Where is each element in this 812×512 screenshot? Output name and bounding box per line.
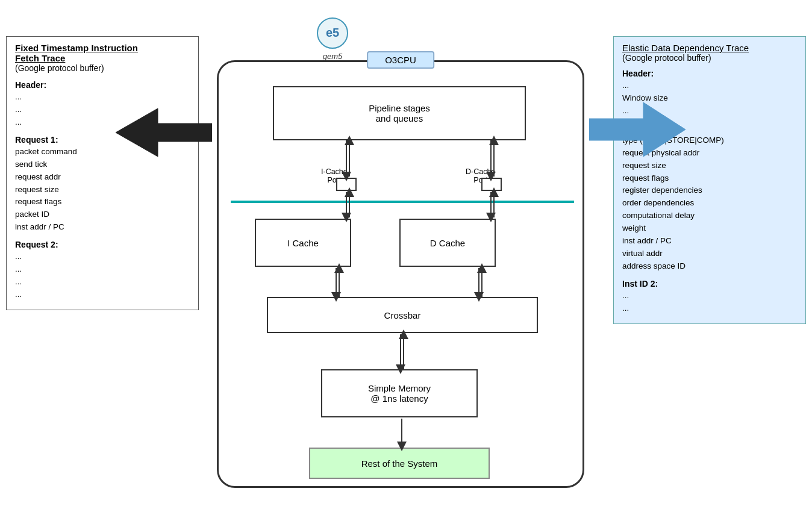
memory-box: Simple Memory@ 1ns latency bbox=[321, 369, 478, 417]
svg-marker-18 bbox=[589, 102, 686, 157]
right-panel: Elastic Data Dependency Trace (Google pr… bbox=[613, 36, 806, 324]
right-inst1-item-8: inst addr / PC bbox=[622, 235, 797, 248]
right-inst1-item-4: register dependencies bbox=[622, 184, 797, 197]
right-subtitle: (Google protocol buffer) bbox=[622, 53, 797, 63]
arrow-blue-right bbox=[589, 99, 686, 161]
right-inst1-item-6: computational delay bbox=[622, 210, 797, 222]
left-req2-item-3: ... bbox=[15, 289, 190, 301]
left-panel: Fixed Timestamp Instruction Fetch Trace … bbox=[6, 36, 199, 310]
o3cpu-label: O3CPU bbox=[367, 51, 434, 69]
right-inst2-item-0: ... bbox=[622, 290, 797, 302]
left-req2-item-0: ... bbox=[15, 251, 190, 263]
icache-port-box bbox=[336, 178, 357, 191]
left-subtitle: (Google protocol buffer) bbox=[15, 63, 190, 73]
gem5-logo-svg: e5 bbox=[316, 17, 349, 49]
svg-text:e5: e5 bbox=[326, 26, 339, 39]
left-req1-item-4: request flags bbox=[15, 196, 190, 208]
right-inst1-item-5: order dependencies bbox=[622, 197, 797, 210]
dcache-port-box bbox=[481, 178, 502, 191]
black-left-arrow-svg bbox=[116, 105, 212, 160]
right-title-line1: Elastic Data Dependency Trace bbox=[622, 43, 797, 53]
rest-box: Rest of the System bbox=[309, 448, 490, 479]
right-inst1-item-3: request flags bbox=[622, 172, 797, 185]
left-header-label: Header: bbox=[15, 80, 190, 90]
gem5-logo: e5 gem5 bbox=[316, 17, 349, 61]
left-req1-item-6: inst addr / PC bbox=[15, 221, 190, 234]
left-req2-item-1: ... bbox=[15, 263, 190, 276]
pipeline-label: Pipeline stagesand queues bbox=[369, 103, 430, 123]
left-req2-item-2: ... bbox=[15, 276, 190, 289]
big-rounded-box: O3CPU Pipeline stagesand queues I-CacheP… bbox=[217, 60, 584, 488]
left-req1-item-3: request size bbox=[15, 184, 190, 196]
left-req1-item-2: request addr bbox=[15, 171, 190, 184]
left-title-line2: Fetch Trace bbox=[15, 53, 190, 63]
right-inst1-item-9: virtual addr bbox=[622, 248, 797, 260]
icache-box: I Cache bbox=[255, 219, 351, 267]
blue-right-arrow-svg bbox=[589, 99, 686, 160]
gem5-text: gem5 bbox=[316, 52, 349, 61]
right-inst2-label: Inst ID 2: bbox=[622, 279, 797, 289]
dcache-box: D Cache bbox=[399, 219, 496, 267]
cache-row: I Cache D Cache bbox=[255, 219, 550, 267]
right-inst1-item-10: address space ID bbox=[622, 260, 797, 273]
left-req2-label: Request 2: bbox=[15, 240, 190, 249]
teal-separator-line bbox=[231, 201, 574, 203]
left-title-line1: Fixed Timestamp Instruction bbox=[15, 43, 190, 53]
right-inst1-item-7: weight bbox=[622, 222, 797, 235]
pipeline-box: Pipeline stagesand queues bbox=[273, 86, 526, 140]
right-header-label: Header: bbox=[622, 69, 797, 78]
memory-label: Simple Memory@ 1ns latency bbox=[368, 383, 431, 404]
right-header-item-0: ... bbox=[622, 80, 797, 92]
center-diagram: e5 gem5 O3CPU Pipeline stagesand queues … bbox=[205, 12, 596, 500]
left-header-item-0: ... bbox=[15, 91, 190, 104]
arrow-black-left bbox=[116, 105, 212, 161]
svg-marker-17 bbox=[116, 108, 212, 157]
left-req1-item-5: packet ID bbox=[15, 208, 190, 221]
right-inst2-item-1: ... bbox=[622, 302, 797, 315]
crossbar-box: Crossbar bbox=[267, 297, 538, 333]
